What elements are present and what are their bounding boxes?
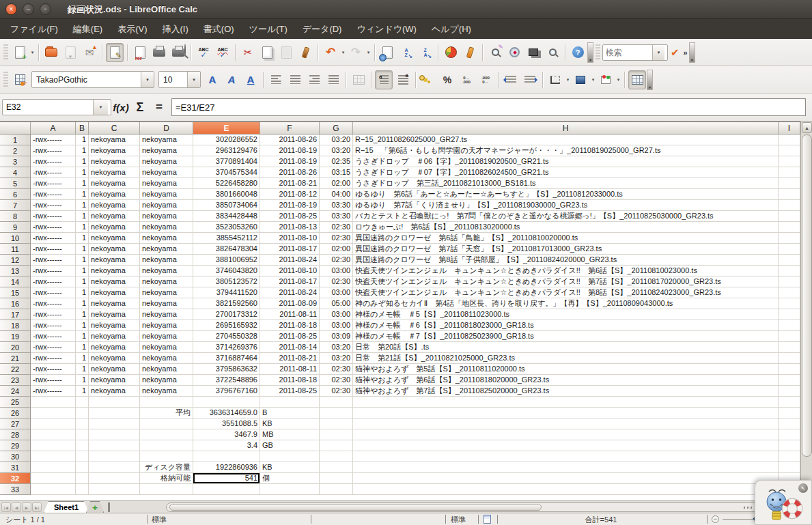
cell[interactable]	[31, 451, 76, 462]
cell[interactable]	[89, 440, 140, 451]
cell[interactable]: 02:30	[320, 375, 353, 386]
cell[interactable]	[31, 418, 76, 429]
row-header-31[interactable]: 31	[0, 462, 31, 473]
cell[interactable]: バカとテストと召喚獣にっ! 第7問「僕とのぞきと遥かなる桃源郷っ!」【S】_20…	[353, 211, 779, 222]
cell[interactable]: 3826478304	[193, 244, 260, 255]
cell[interactable]: 神様のメモ帳 ＃7【S】_20110825023900_GR18.ts	[353, 331, 779, 342]
row-header-20[interactable]: 20	[0, 342, 31, 353]
cell[interactable]	[779, 320, 800, 331]
cell[interactable]: 1	[76, 375, 89, 386]
cell[interactable]	[76, 429, 89, 440]
row-header-16[interactable]: 16	[0, 298, 31, 309]
sort-ascending-icon[interactable]: A Z↘	[397, 43, 415, 62]
cell[interactable]	[260, 451, 320, 462]
cell[interactable]: 2700173312	[193, 309, 260, 320]
cell[interactable]: nekoyama	[140, 255, 193, 266]
formula-input[interactable]	[171, 98, 806, 116]
background-color-icon[interactable]	[572, 70, 589, 89]
align-justify-icon[interactable]	[324, 70, 342, 89]
cell[interactable]: 02:30	[320, 364, 353, 375]
cell[interactable]: 1	[76, 178, 89, 189]
cell[interactable]: 02:00	[320, 178, 353, 189]
cell[interactable]: nekoyama	[140, 211, 193, 222]
cell[interactable]: nekoyama	[89, 266, 140, 276]
cell[interactable]: 3801660048	[193, 189, 260, 200]
cell[interactable]: KB	[260, 462, 320, 473]
cell[interactable]	[779, 298, 800, 309]
font-size-dropdown[interactable]: ▾	[187, 72, 200, 87]
cell[interactable]	[779, 211, 800, 222]
cell[interactable]: nekoyama	[140, 244, 193, 255]
cell[interactable]: nekoyama	[89, 189, 140, 200]
cell[interactable]	[89, 408, 140, 418]
cell[interactable]	[140, 451, 193, 462]
cell[interactable]: 2011-08-19	[260, 156, 320, 167]
cell[interactable]: 03:20	[320, 353, 353, 364]
toolbar-grip-2[interactable]	[3, 72, 8, 88]
cell[interactable]: 03:00	[320, 320, 353, 331]
cell[interactable]: 3881006952	[193, 255, 260, 266]
cell[interactable]	[320, 429, 353, 440]
cell[interactable]: 1	[76, 364, 89, 375]
print-icon[interactable]	[150, 43, 168, 62]
cell[interactable]	[89, 397, 140, 408]
cell[interactable]	[779, 189, 800, 200]
cell[interactable]: 2011-08-13	[260, 222, 320, 233]
column-header-A[interactable]: A	[31, 122, 76, 134]
row-header-28[interactable]: 28	[0, 429, 31, 440]
row-header-29[interactable]: 29	[0, 440, 31, 451]
row-header-7[interactable]: 7	[0, 200, 31, 211]
column-header-H[interactable]: H	[353, 122, 779, 134]
cell[interactable]: 異国迷路のクロワーゼ 第7話「天窓」【S】_20110817013000_GR2…	[353, 244, 779, 255]
cell[interactable]: 神様のメモ帳 ＃6【S】_20110818023000_GR18.ts	[353, 320, 779, 331]
cell[interactable]: -rwx------	[31, 353, 76, 364]
row-header-13[interactable]: 13	[0, 266, 31, 276]
cell[interactable]	[89, 451, 140, 462]
cell[interactable]: 2011-08-10	[260, 266, 320, 276]
cell[interactable]	[779, 397, 800, 408]
row-header-33[interactable]: 33	[0, 484, 31, 495]
cell[interactable]: 1	[76, 167, 89, 178]
cell[interactable]: 2011-08-10	[260, 233, 320, 244]
cell[interactable]: 03:00	[320, 266, 353, 276]
cell[interactable]: nekoyama	[140, 331, 193, 342]
cell[interactable]	[76, 484, 89, 495]
increase-indent-icon[interactable]	[521, 70, 539, 89]
underline-icon[interactable]: A	[242, 70, 260, 89]
row-header-12[interactable]: 12	[0, 255, 31, 266]
cell[interactable]	[779, 353, 800, 364]
font-name-combo[interactable]: TakaoPGothic ▾	[31, 71, 154, 88]
edit-mode-icon[interactable]: ✎	[106, 43, 124, 62]
cell[interactable]: 2011-08-12	[260, 189, 320, 200]
cell[interactable]: 3796767160	[193, 386, 260, 397]
cell[interactable]	[140, 429, 193, 440]
row-header-17[interactable]: 17	[0, 309, 31, 320]
row-header-8[interactable]: 8	[0, 211, 31, 222]
column-header-F[interactable]: F	[260, 122, 320, 134]
horizontal-scrollbar[interactable]	[166, 502, 787, 512]
menu-format[interactable]: 書式(O)	[196, 20, 242, 39]
cell[interactable]: -rwx------	[31, 134, 76, 145]
redo-icon[interactable]: ↷	[347, 43, 365, 62]
merge-cells-icon[interactable]	[350, 70, 367, 89]
cell[interactable]: 2011-08-24	[260, 255, 320, 266]
cell[interactable]: 03:20	[320, 342, 353, 353]
cell[interactable]: -rwx------	[31, 364, 76, 375]
cell[interactable]: 02:30	[320, 386, 353, 397]
cell[interactable]: 1	[76, 386, 89, 397]
cell[interactable]	[320, 473, 353, 484]
row-header-1[interactable]: 1	[0, 134, 31, 145]
cell[interactable]: -rwx------	[31, 386, 76, 397]
cell[interactable]: 2011-08-18	[260, 375, 320, 386]
cell[interactable]: 2011-08-25	[260, 331, 320, 342]
cell[interactable]: 2963129476	[193, 145, 260, 156]
cell[interactable]: 541	[193, 473, 260, 484]
cell[interactable]	[89, 484, 140, 495]
cell[interactable]: -rwx------	[31, 320, 76, 331]
cell[interactable]	[779, 266, 800, 276]
help-icon[interactable]: ?	[569, 43, 587, 62]
sort-descending-icon[interactable]: Z A↘	[417, 43, 434, 62]
cell[interactable]	[779, 429, 800, 440]
cell[interactable]: 3704575344	[193, 167, 260, 178]
cell[interactable]: ディスク容量	[140, 462, 193, 473]
